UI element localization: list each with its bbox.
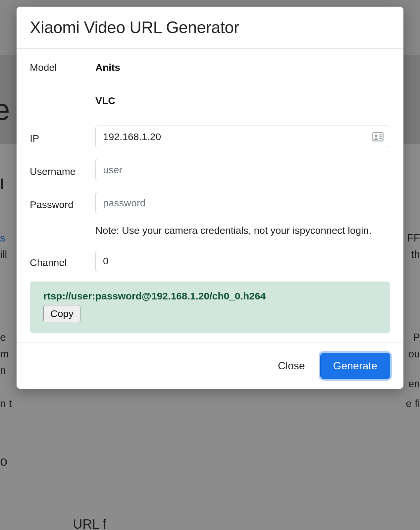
row-player: VLC: [30, 92, 390, 106]
modal-header: Xiaomi Video URL Generator: [17, 7, 403, 49]
value-model: Anits: [95, 59, 390, 73]
row-model: Model Anits: [30, 59, 390, 73]
url-generator-modal: Xiaomi Video URL Generator Model Anits V…: [17, 7, 403, 389]
generated-url-text: rtsp://user:password@192.168.1.20/ch0_0.…: [43, 291, 377, 302]
label-model: Model: [30, 59, 95, 73]
close-button[interactable]: Close: [276, 359, 307, 372]
value-player: VLC: [95, 92, 390, 106]
modal-body: Model Anits VLC IP: [17, 49, 403, 343]
label-note-empty: [30, 223, 95, 226]
password-input[interactable]: [95, 192, 390, 214]
generate-button[interactable]: Generate: [320, 353, 390, 379]
contact-card-icon: [372, 132, 384, 141]
label-username: Username: [30, 163, 95, 177]
credentials-note: Note: Use your camera credentials, not y…: [95, 223, 390, 238]
modal-title: Xiaomi Video URL Generator: [30, 18, 390, 37]
label-ip: IP: [30, 130, 95, 144]
label-channel: Channel: [30, 254, 95, 268]
ip-input[interactable]: [95, 126, 390, 148]
copy-button[interactable]: Copy: [43, 305, 80, 322]
channel-input[interactable]: [95, 250, 390, 272]
username-input[interactable]: [95, 159, 390, 181]
label-player-empty: [30, 97, 95, 101]
label-password: Password: [30, 196, 95, 210]
modal-footer: Close Generate: [17, 343, 403, 389]
svg-point-1: [375, 134, 377, 137]
row-username: Username: [30, 159, 390, 181]
generated-url-alert: rtsp://user:password@192.168.1.20/ch0_0.…: [30, 282, 390, 333]
row-ip: IP: [30, 126, 390, 148]
row-note: Note: Use your camera credentials, not y…: [30, 223, 390, 238]
row-channel: Channel: [30, 250, 390, 272]
row-password: Password: [30, 192, 390, 214]
